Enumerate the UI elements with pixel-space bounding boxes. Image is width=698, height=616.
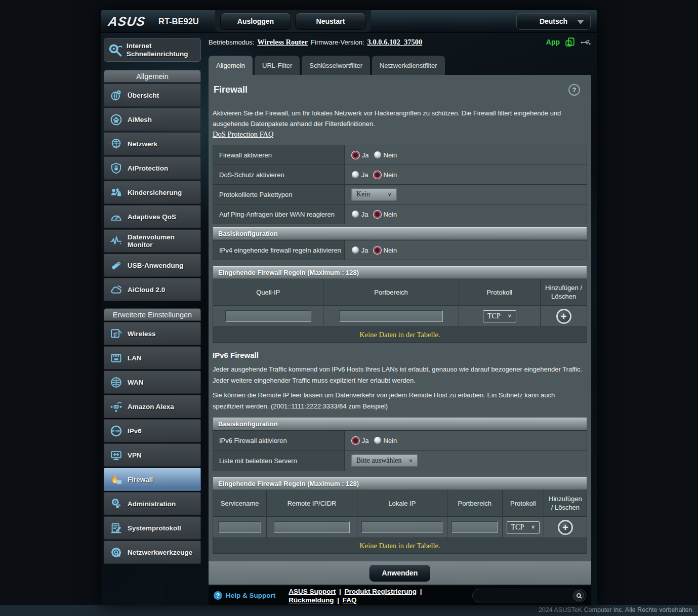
settings-label: Liste mit beliebten Servern bbox=[213, 450, 345, 471]
radio-option-nein[interactable]: Nein bbox=[374, 247, 397, 254]
app-device-icon[interactable] bbox=[564, 36, 576, 48]
radio-selected-icon bbox=[374, 211, 381, 218]
app-label[interactable]: App bbox=[546, 38, 560, 46]
sidebar-item-wan[interactable]: WAN bbox=[104, 371, 201, 394]
radio-option-nein[interactable]: Nein bbox=[374, 437, 397, 444]
lan-icon bbox=[109, 351, 123, 365]
sidebar-item-aicloud-2-0[interactable]: AiCloud 2.0 bbox=[104, 278, 201, 301]
sidebar-item-label: AiMesh bbox=[128, 116, 152, 124]
sidebar-item-aimesh[interactable]: AiMesh bbox=[104, 108, 201, 131]
input-portbereich[interactable] bbox=[339, 310, 443, 322]
input-cell-protokoll: TCP∨ bbox=[459, 305, 541, 326]
ipv6-icon: IPv6 bbox=[109, 424, 123, 438]
sidebar-item-amazon-alexa[interactable]: Amazon Alexa bbox=[104, 395, 201, 418]
sidebar-item-usb-anwendung[interactable]: USB-Anwendung bbox=[104, 254, 201, 277]
sidebar-item-label: WAN bbox=[128, 379, 144, 386]
footer-search bbox=[472, 589, 586, 602]
radio-label: Ja bbox=[361, 211, 368, 218]
firewall-description: Aktivieren Sie die Firewall, um Ihr loka… bbox=[213, 108, 587, 129]
sidebar-item-lan[interactable]: LAN bbox=[104, 346, 201, 369]
sidebar-item-netzwerkwerkzeuge[interactable]: Netzwerkwerkzeuge bbox=[104, 541, 201, 564]
dos-protection-faq-link[interactable]: DoS Protection FAQ bbox=[213, 130, 587, 139]
add-rule-button[interactable]: + bbox=[558, 520, 573, 535]
radio-option-nein[interactable]: Nein bbox=[374, 211, 397, 218]
select-value: TCP bbox=[511, 523, 524, 531]
firewall-panel: Firewall ? Aktivieren Sie die Firewall, … bbox=[209, 75, 591, 585]
ipv6-rules-table: ServicenameRemote IP/CIDRLokale IPPortbe… bbox=[213, 490, 587, 554]
sidebar-item-label: USB-Anwendung bbox=[128, 262, 183, 269]
select-value: Bitte auswählen bbox=[356, 457, 402, 465]
input-servicename[interactable] bbox=[218, 521, 261, 533]
column-header-servicename: Servicename bbox=[213, 490, 267, 516]
input-cell-hinzuf-gen-l-schen: + bbox=[541, 305, 587, 326]
sidebar-item-netzwerk[interactable]: Netzwerk bbox=[104, 132, 201, 155]
select-tcp[interactable]: TCP∨ bbox=[483, 310, 516, 322]
settings-control: JaNein bbox=[345, 431, 587, 450]
sidebar-section-allgemein: Allgemein bbox=[104, 70, 201, 83]
footer-link-faq[interactable]: FAQ bbox=[343, 596, 357, 604]
search-button[interactable] bbox=[573, 590, 584, 601]
sidebar-item-ipv6[interactable]: IPv6IPv6 bbox=[104, 419, 201, 442]
empty-table-message: Keine Daten in der Tabelle. bbox=[213, 326, 587, 342]
sidebar-item-systemprotokoll[interactable]: Systemprotokoll bbox=[104, 516, 201, 540]
radio-option-ja[interactable]: Ja bbox=[352, 437, 369, 444]
help-support-link[interactable]: Help & Support bbox=[226, 592, 275, 599]
title-divider bbox=[213, 101, 587, 101]
add-rule-button[interactable]: + bbox=[556, 309, 571, 324]
sidebar-item-firewall[interactable]: Firewall bbox=[104, 468, 201, 491]
radio-option-ja[interactable]: Ja bbox=[352, 211, 368, 218]
radio-option-nein[interactable]: Nein bbox=[374, 171, 397, 179]
select-tcp[interactable]: TCP∨ bbox=[507, 521, 540, 533]
asus-logo[interactable]: ASUS bbox=[107, 14, 147, 29]
sidebar-item-wireless[interactable]: Wireless bbox=[104, 322, 201, 345]
input-remote-ip-cidr[interactable] bbox=[274, 521, 350, 533]
sidebar-item-label: Kindersicherung bbox=[128, 189, 182, 196]
select-value: Kein bbox=[356, 190, 370, 198]
search-input[interactable] bbox=[479, 592, 573, 599]
operation-mode-link[interactable]: Wireless Router bbox=[257, 38, 308, 47]
sidebar-item-vpn[interactable]: VPN bbox=[104, 443, 201, 467]
settings-label: Auf Ping-Anfragen über WAN reagieren bbox=[213, 204, 345, 224]
language-selector[interactable]: Deutsch bbox=[516, 13, 591, 30]
sidebar-item-administration[interactable]: Administration bbox=[104, 492, 201, 515]
footer-link-produkt-registrierung[interactable]: Produkt Registrierung bbox=[345, 588, 417, 595]
reboot-button[interactable]: Neustart bbox=[295, 13, 366, 30]
sidebar-item-aiprotection[interactable]: AiProtection bbox=[104, 156, 201, 180]
sidebar-item-bersicht[interactable]: Übersicht bbox=[104, 84, 201, 107]
aiprotection-icon bbox=[109, 161, 123, 175]
administration-icon bbox=[109, 497, 123, 511]
router-model: RT-BE92U bbox=[158, 17, 199, 26]
firmware-version-link[interactable]: 3.0.0.6.102_37500 bbox=[367, 38, 423, 47]
radio-selected-icon bbox=[352, 437, 359, 444]
radio-option-ja[interactable]: Ja bbox=[352, 151, 369, 159]
help-icon[interactable]: ? bbox=[568, 84, 580, 96]
select-value: TCP bbox=[487, 312, 501, 320]
sidebar-item-adaptives-qos[interactable]: Adaptives QoS bbox=[104, 205, 201, 228]
footer-link-r-ckmeldung[interactable]: Rückmeldung bbox=[289, 596, 334, 604]
input-portbereich[interactable] bbox=[451, 521, 498, 533]
input-lokale-ip[interactable] bbox=[361, 521, 442, 533]
logout-button[interactable]: Ausloggen bbox=[220, 13, 291, 30]
input-cell-hinzuf-gen-l-schen: + bbox=[544, 516, 587, 538]
tab-url-filter[interactable]: URL-Filter bbox=[255, 56, 300, 75]
apply-button[interactable]: Anwenden bbox=[369, 565, 430, 582]
firmware-version-label: Firmware-Version: bbox=[311, 38, 364, 46]
column-header-protokoll: Protokoll bbox=[503, 490, 544, 516]
select-bitte-ausw-hlen[interactable]: Bitte auswählen∨ bbox=[352, 455, 418, 467]
footer-link-asus-support[interactable]: ASUS Support bbox=[289, 588, 336, 595]
tab-allgemein[interactable]: Allgemein bbox=[209, 56, 253, 75]
radio-option-ja[interactable]: Ja bbox=[352, 247, 368, 254]
general-settings-table: Firewall aktivierenJaNeinDoS-Schutz akti… bbox=[213, 145, 587, 224]
select-kein[interactable]: Kein∨ bbox=[352, 188, 396, 200]
tab-schl-sselwortfilter[interactable]: Schlüsselwortfilter bbox=[302, 56, 370, 75]
sidebar-item-datenvolumen-monitor[interactable]: Datenvolumen Monitor bbox=[104, 229, 201, 253]
input-quell-ip[interactable] bbox=[225, 310, 311, 322]
radio-option-ja[interactable]: Ja bbox=[352, 171, 368, 179]
sidebar-item-label: Firewall bbox=[128, 476, 153, 483]
sidebar-item-quick-setup[interactable]: Internet Schnelleinrichtung bbox=[104, 38, 201, 62]
sidebar-item-kindersicherung[interactable]: Kindersicherung bbox=[104, 181, 201, 204]
tab-netzwerkdienstfilter[interactable]: Netzwerkdienstfilter bbox=[372, 56, 444, 75]
qos-icon bbox=[109, 210, 123, 224]
sidebar-item-label: Wireless bbox=[128, 330, 155, 338]
radio-option-nein[interactable]: Nein bbox=[374, 151, 397, 159]
